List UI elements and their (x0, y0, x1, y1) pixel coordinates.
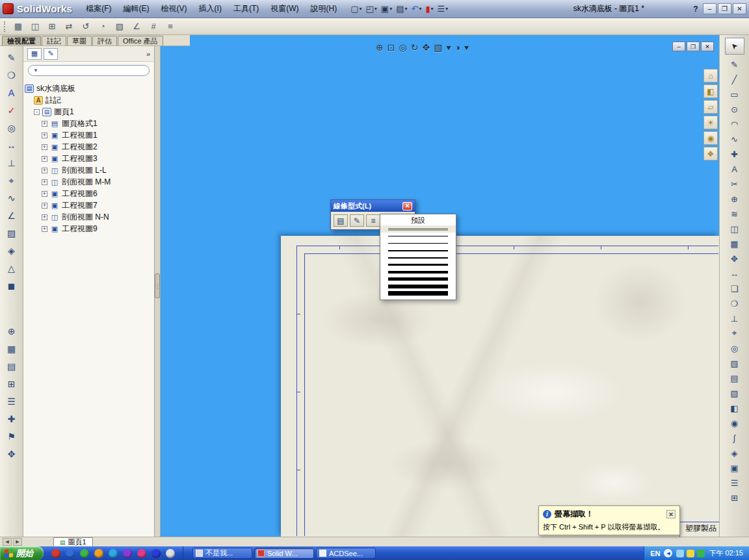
view-setting-icon[interactable]: ⌂ (703, 69, 718, 83)
tree-item[interactable]: + ▣ 工程視圖9 (25, 223, 153, 235)
language-indicator[interactable]: EN (650, 550, 660, 557)
menu-item[interactable]: 視窗(W) (265, 1, 304, 17)
tree-item[interactable]: + ◫ 剖面視圖 M-M (25, 176, 153, 188)
command-tab[interactable]: 檢視配置 (2, 36, 41, 45)
dialog-close-button[interactable]: ✕ (402, 202, 412, 210)
toolbar-button[interactable]: ▤ ▾ (395, 3, 408, 16)
drawing-tool-icon[interactable]: ▤ (726, 371, 743, 385)
tree-item[interactable]: + ▣ 工程視圖6 (25, 188, 153, 199)
annotation-tool-icon[interactable]: ∠ (3, 208, 20, 223)
line-style-button[interactable]: ▤ (334, 214, 348, 227)
annotation-tool-icon[interactable]: ◈ (3, 243, 20, 259)
quick-launch-icon[interactable] (51, 549, 60, 558)
line-weight-option[interactable] (380, 268, 456, 275)
toolbar-icon[interactable]: ◫ (28, 20, 42, 33)
panel-splitter[interactable]: ⋮ (155, 46, 161, 537)
drawing-sheet[interactable]: 塑膠製品 (281, 236, 719, 537)
view-tool-icon[interactable]: ◎ (399, 42, 406, 53)
view-setting-icon[interactable]: ☀ (703, 116, 718, 129)
close-button[interactable]: ✕ (733, 3, 746, 14)
annotation-tool-icon[interactable]: ∿ (3, 190, 20, 206)
view-tool-icon[interactable]: ▧ (434, 42, 442, 53)
annotation-tool-icon[interactable]: ◼ (3, 278, 20, 294)
view-tool-icon[interactable]: ◑ (454, 42, 460, 53)
doc-minimize-button[interactable]: – (672, 42, 685, 51)
drawing-tool-icon[interactable]: ▭ (726, 87, 743, 101)
annotation-tool-icon[interactable]: ⌖ (3, 173, 20, 188)
annotation-tool-icon[interactable]: ◎ (3, 120, 20, 136)
drawing-tool-icon[interactable]: ✎ (726, 57, 743, 71)
line-weight-option[interactable] (380, 254, 456, 261)
expand-icon[interactable]: + (42, 133, 47, 138)
expand-icon[interactable]: + (42, 191, 47, 197)
drawing-tool-icon[interactable]: ✚ (726, 147, 743, 161)
notification-close-button[interactable]: ✕ (666, 510, 676, 518)
quick-launch-icon[interactable] (66, 549, 75, 558)
tree-root[interactable]: ▤ sk水滴底板 (25, 83, 153, 94)
toolbar-icon[interactable]: ⇄ (62, 20, 76, 33)
chevron-down-icon[interactable]: ▾ (404, 6, 407, 12)
propertymanager-tab[interactable]: ✎ (44, 48, 58, 60)
drawing-tool-icon[interactable]: ≋ (726, 207, 743, 221)
expand-icon[interactable]: + (42, 179, 47, 185)
view-setting-icon[interactable]: ❖ (703, 147, 718, 160)
quick-launch-icon[interactable] (137, 549, 146, 558)
chevron-down-icon[interactable]: ▾ (445, 6, 448, 12)
toolbar-icon[interactable]: ◔ (96, 20, 110, 33)
drawing-tool-icon[interactable]: ☰ (726, 476, 743, 490)
tree-item[interactable]: + ◫ 剖面視圖 L-L (25, 164, 153, 176)
line-style-button[interactable]: ✎ (350, 214, 364, 227)
line-weight-option[interactable] (380, 240, 456, 247)
expand-icon[interactable]: + (42, 156, 47, 162)
table-tool-icon[interactable]: ▦ (3, 341, 20, 357)
drawing-tool-icon[interactable]: ⊙ (726, 102, 743, 116)
toolbar-button[interactable]: ☰ ▾ (436, 3, 450, 16)
annotation-tool-icon[interactable]: ⊥ (3, 155, 20, 171)
drawing-tool-icon[interactable]: ✥ (726, 251, 743, 266)
expand-icon[interactable]: + (42, 214, 47, 220)
menu-item[interactable]: 插入(I) (193, 1, 228, 17)
view-tool-icon[interactable]: ▾ (446, 42, 451, 53)
toolbar-icon[interactable]: ↺ (79, 20, 93, 33)
table-tool-icon[interactable]: ✚ (3, 411, 20, 427)
tree-item[interactable]: + ▣ 工程視圖2 (25, 141, 153, 153)
menu-item[interactable]: 編輯(E) (118, 1, 155, 17)
toolbar-grip[interactable] (4, 21, 6, 32)
chevron-down-icon[interactable]: ▾ (360, 6, 362, 12)
drawing-tool-icon[interactable]: ∫ (726, 431, 743, 445)
menu-item[interactable]: 工具(T) (228, 1, 265, 17)
view-tool-icon[interactable]: ↻ (411, 42, 419, 53)
chevron-down-icon[interactable]: ▾ (374, 6, 377, 12)
expand-icon[interactable]: + (42, 121, 47, 127)
drawing-tool-icon[interactable]: ⊥ (726, 311, 743, 325)
view-tool-icon[interactable]: ⊕ (376, 42, 384, 53)
doc-close-button[interactable]: ✕ (701, 42, 714, 51)
filter-input[interactable] (42, 67, 144, 75)
expand-icon[interactable]: + (42, 168, 47, 173)
maximize-button[interactable]: ❐ (718, 3, 731, 14)
quick-launch-icon[interactable] (109, 549, 118, 558)
filter-box[interactable]: ▼ (28, 65, 150, 76)
annotation-tool-icon[interactable]: ✎ (3, 50, 20, 66)
select-cursor-button[interactable]: ➤ (725, 38, 744, 55)
command-tab[interactable]: 註記 (42, 36, 66, 45)
tray-icon[interactable] (676, 550, 684, 557)
sheet-nav-left[interactable]: ◀ (3, 538, 12, 546)
tray-icon[interactable] (687, 550, 694, 557)
drawing-tool-icon[interactable]: ⊕ (726, 192, 743, 206)
line-weight-option[interactable] (380, 233, 456, 240)
sheet-nav-right[interactable]: ▶ (13, 538, 22, 546)
chevron-right-icon[interactable]: » (146, 50, 150, 58)
tree-item-annotations[interactable]: A 註記 (25, 94, 153, 106)
featuremanager-tab[interactable]: ▦ (27, 48, 42, 60)
line-weight-option[interactable] (380, 247, 456, 254)
toolbar-icon[interactable]: ▦ (11, 20, 25, 33)
view-setting-icon[interactable]: ◉ (703, 131, 718, 145)
drawing-tool-icon[interactable]: ◧ (726, 401, 743, 415)
table-tool-icon[interactable]: ✥ (3, 446, 20, 462)
annotation-tool-icon[interactable]: ✓ (3, 103, 20, 118)
toolbar-button[interactable]: ◰ ▾ (365, 3, 378, 16)
view-tool-icon[interactable]: ▾ (464, 42, 469, 53)
toolbar-button[interactable]: ▮ ▾ (424, 3, 434, 16)
drawing-tool-icon[interactable]: ▦ (726, 236, 743, 251)
